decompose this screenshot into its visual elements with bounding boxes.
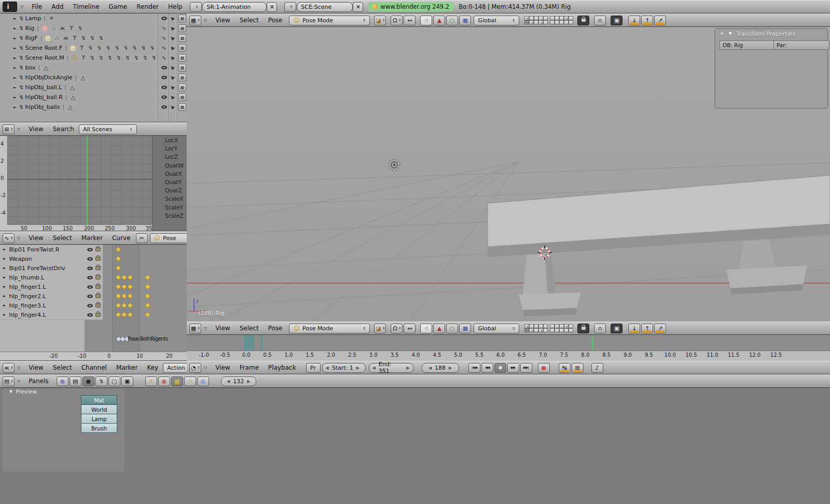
keyframe-diamond[interactable]: ◆ xyxy=(145,284,150,289)
selectable-toggle[interactable]: ▶ xyxy=(170,25,177,32)
menu-view[interactable]: View xyxy=(24,125,48,133)
menu-select[interactable]: Select xyxy=(235,325,264,332)
outliner-row[interactable]: ►↯Rig|☺∴жϒ↯∿▶▦ xyxy=(0,23,187,33)
screen-delete-button[interactable]: ✕ xyxy=(267,2,277,12)
layer-cell[interactable] xyxy=(559,324,564,328)
keyframe-diamond[interactable]: ◆ xyxy=(116,312,120,317)
layer-cell[interactable] xyxy=(564,20,569,24)
keyframe-diamond[interactable]: ◆ xyxy=(145,302,150,307)
action-channel-row[interactable]: ►Bip01 ForeTwistDriv xyxy=(0,263,103,273)
menu-select[interactable]: Select xyxy=(48,364,77,371)
layer-cell[interactable] xyxy=(550,20,555,24)
channel-lock-icon[interactable] xyxy=(95,257,101,261)
snap-magnet-icon[interactable]: ∩ xyxy=(594,16,606,25)
expand-icon[interactable]: ► xyxy=(13,26,16,31)
action-channel-row[interactable]: ►Bip01 ForeTwist.R xyxy=(0,245,103,255)
selectable-toggle[interactable]: ▶ xyxy=(170,15,177,22)
layer-cell[interactable] xyxy=(555,20,559,24)
channel-lock-icon[interactable] xyxy=(95,303,101,307)
prev-key-button[interactable]: ◀◀ xyxy=(481,363,493,373)
layer-cell[interactable] xyxy=(564,328,569,332)
orientation-dropdown[interactable]: Global ⇕ xyxy=(474,16,519,25)
menu-marker[interactable]: Marker xyxy=(112,364,142,371)
object-context-icon[interactable]: ↯ xyxy=(95,376,107,386)
layer-grid-2[interactable] xyxy=(550,324,573,332)
logic-context-icon[interactable]: ● xyxy=(57,376,68,386)
panel-collapse-icon[interactable]: ▼ xyxy=(9,389,12,394)
menu-view[interactable]: View xyxy=(24,364,48,371)
keyframe-diamond[interactable]: ◆ xyxy=(122,293,127,298)
layer-cell[interactable] xyxy=(543,16,548,20)
editor-type-action-icon[interactable]: ж⇕ xyxy=(3,363,15,373)
collapse-menu-icon[interactable]: ▽ xyxy=(17,127,20,132)
ipo-channel-quaty[interactable]: QuatY xyxy=(153,178,187,186)
move-up-icon[interactable]: ↑ xyxy=(641,16,653,25)
selectable-toggle[interactable]: ▶ xyxy=(170,94,177,101)
layer-cell[interactable] xyxy=(543,328,548,332)
layer-cell[interactable] xyxy=(538,16,543,20)
material-subcontext-icon[interactable]: ● xyxy=(158,376,170,386)
draw-type-icon[interactable]: ◪⇕ xyxy=(374,16,386,25)
scene-context-icon[interactable]: ▣ xyxy=(121,376,133,386)
start-frame-field[interactable]: ◀Start: 1▶ xyxy=(322,363,366,373)
menu-playback[interactable]: Playback xyxy=(264,364,301,371)
action-editor-type-dropdown[interactable]: Action E xyxy=(163,363,187,373)
layer-cell[interactable] xyxy=(550,16,555,20)
jump-end-button[interactable]: ▶▶| xyxy=(520,363,532,373)
layer-cell[interactable] xyxy=(543,20,548,24)
collapse-menu-icon[interactable]: ▽ xyxy=(204,326,207,331)
menu-timeline[interactable]: Timeline xyxy=(68,3,104,10)
outliner-row[interactable]: ►↯Lamp|☀▶▦ xyxy=(0,13,187,23)
menu-render[interactable]: Render xyxy=(132,3,163,10)
blender-logo-icon[interactable]: i⇕ xyxy=(3,2,17,12)
preview-brush-button[interactable]: Brush xyxy=(81,423,117,433)
layer-cell[interactable] xyxy=(555,324,559,328)
channel-visibility-icon[interactable] xyxy=(87,284,93,290)
layer-cell[interactable] xyxy=(569,16,573,20)
render-toggle[interactable]: ▦ xyxy=(178,15,186,22)
free-buffer-icon[interactable]: ↗ xyxy=(654,324,666,333)
manipulator-scale-icon[interactable]: ■ xyxy=(459,16,471,25)
ipo-channel-locz[interactable]: LocZ xyxy=(153,152,187,161)
keyframe-diamond[interactable]: ◆ xyxy=(116,265,120,270)
collapse-menu-icon[interactable]: ▽ xyxy=(204,18,207,23)
render-toggle[interactable]: ▦ xyxy=(178,44,186,52)
viewport-3d[interactable]: z x (188) Rig ✕ ▼ Transform Properties O… xyxy=(187,27,830,321)
scene-browse-button[interactable]: ⇕ xyxy=(284,2,296,12)
layer-cell[interactable] xyxy=(538,20,543,24)
mute-audio-icon[interactable]: ♪ xyxy=(591,363,603,373)
layer-cell[interactable] xyxy=(524,20,529,24)
layer-cell[interactable] xyxy=(538,328,543,332)
channel-lock-icon[interactable] xyxy=(95,294,101,298)
menu-view[interactable]: View xyxy=(211,325,234,332)
keyframe-diamond[interactable]: ◆ xyxy=(116,246,120,251)
channel-visibility-icon[interactable] xyxy=(87,312,93,318)
menu-select[interactable]: Select xyxy=(48,234,77,242)
keyframe-diamond[interactable]: ◆ xyxy=(128,293,132,298)
layer-cell[interactable] xyxy=(550,328,555,332)
menu-pose[interactable]: Pose xyxy=(264,17,287,24)
menu-select[interactable]: Select xyxy=(235,17,264,24)
screen-selector[interactable]: SR:1-Animation xyxy=(202,2,267,12)
editor-type-3dview-icon[interactable]: ▦⇕ xyxy=(189,324,201,333)
channel-visibility-icon[interactable] xyxy=(87,265,93,272)
preview-lamp-button[interactable]: Lamp xyxy=(81,414,117,424)
manipulator-rotate-icon[interactable]: ○ xyxy=(446,16,458,25)
render-toggle[interactable]: ▦ xyxy=(178,103,186,111)
pin-icon[interactable]: ✂ xyxy=(136,233,148,243)
parent-field[interactable]: Par: xyxy=(773,40,829,50)
object-name-field[interactable]: OB: Rig xyxy=(720,40,776,50)
expand-icon[interactable]: ► xyxy=(3,247,6,251)
channel-lock-icon[interactable] xyxy=(95,285,101,289)
layer-cell[interactable] xyxy=(524,328,529,332)
menu-help[interactable]: Help xyxy=(163,3,187,10)
channel-visibility-icon[interactable] xyxy=(87,274,93,281)
autokey-icon[interactable]: ↹ xyxy=(559,363,571,373)
end-frame-field[interactable]: ◀End: 351▶ xyxy=(369,363,413,373)
ipo-channel-scaley[interactable]: ScaleY xyxy=(153,203,187,212)
render-preview-icon[interactable]: ▣ xyxy=(611,16,622,25)
collapse-menu-icon[interactable]: ▽ xyxy=(17,236,20,241)
lamp-subcontext-icon[interactable]: ☀ xyxy=(145,376,157,386)
channel-lock-icon[interactable] xyxy=(95,275,101,279)
layer-cell[interactable] xyxy=(534,328,538,332)
